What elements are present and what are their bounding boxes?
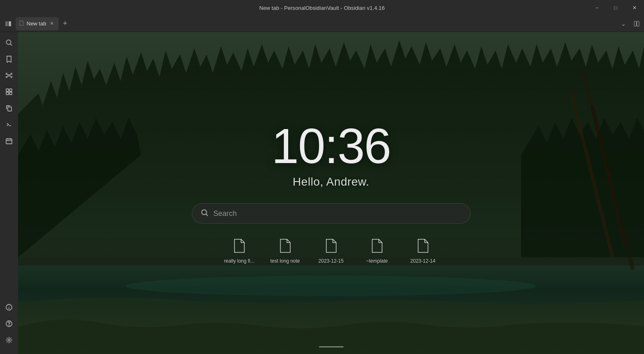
svg-rect-0 <box>5 21 8 26</box>
scroll-indicator <box>319 346 344 347</box>
svg-rect-18 <box>9 92 12 95</box>
search-placeholder: Search <box>214 209 462 218</box>
svg-point-6 <box>8 75 10 76</box>
file-icon-wrap-3 <box>322 237 340 255</box>
sidebar-item-graph[interactable] <box>2 68 16 83</box>
svg-point-8 <box>11 73 12 75</box>
svg-rect-17 <box>6 92 9 95</box>
svg-line-5 <box>11 44 12 46</box>
recent-file-name-5: 2023-12-14 <box>410 258 435 265</box>
clock-display: 10:36 <box>271 121 390 170</box>
search-bar[interactable]: Search <box>192 203 471 224</box>
center-overlay: 10:36 Hello, Andrew. Search <box>18 32 644 354</box>
window-controls: − □ ✕ <box>587 0 644 16</box>
recent-files-container: really long fi... test long note <box>223 237 439 265</box>
main-content: 10:36 Hello, Andrew. Search <box>18 32 644 354</box>
recent-file-3[interactable]: 2023-12-15 <box>315 237 348 265</box>
svg-line-14 <box>10 76 11 77</box>
bottom-scroll-bar <box>18 339 644 354</box>
svg-rect-3 <box>637 21 639 26</box>
tab-bar: New tab ✕ + ⌄ <box>0 16 644 32</box>
recent-file-4[interactable]: ~template <box>361 237 394 265</box>
svg-rect-2 <box>634 21 637 26</box>
svg-point-10 <box>11 77 12 78</box>
tab-list-button[interactable]: ⌄ <box>618 18 629 30</box>
sidebar-item-grid[interactable] <box>2 84 16 99</box>
left-sidebar <box>0 32 18 354</box>
sidebar-item-help[interactable] <box>2 316 16 331</box>
sidebar-item-copy[interactable] <box>2 101 16 116</box>
file-icon-wrap-5 <box>414 237 432 255</box>
file-icon-wrap-2 <box>276 237 294 255</box>
svg-point-38 <box>202 210 207 215</box>
svg-rect-15 <box>6 89 9 91</box>
tab-bar-right-controls: ⌄ <box>618 18 642 30</box>
title-bar: New tab - PersonalObsidianVault - Obsidi… <box>0 0 644 16</box>
svg-rect-16 <box>9 89 12 91</box>
recent-file-name-3: 2023-12-15 <box>319 258 344 265</box>
svg-point-9 <box>6 77 7 78</box>
recent-file-name-2: test long note <box>270 258 300 265</box>
recent-file-name-1: really long fi... <box>224 258 254 265</box>
tab-label: New tab <box>27 20 46 27</box>
svg-rect-21 <box>6 139 12 144</box>
tab-file-icon <box>19 20 24 27</box>
recent-file-2[interactable]: test long note <box>269 237 302 265</box>
tab-close-button[interactable]: ✕ <box>49 20 55 27</box>
maximize-button[interactable]: □ <box>606 0 625 16</box>
svg-point-4 <box>7 40 11 45</box>
sidebar-item-terminal[interactable] <box>2 117 16 132</box>
recent-file-5[interactable]: 2023-12-14 <box>407 237 439 265</box>
minimize-button[interactable]: − <box>587 0 606 16</box>
sidebar-toggle-button[interactable] <box>2 17 15 30</box>
file-icon-wrap-1 <box>230 237 248 255</box>
new-tab-button[interactable]: + <box>59 18 71 30</box>
window-title: New tab - PersonalObsidianVault - Obsidi… <box>259 5 385 11</box>
recent-file-name-4: ~template <box>366 258 388 265</box>
sidebar-item-bookmarks[interactable] <box>2 52 16 66</box>
svg-point-30 <box>8 339 10 341</box>
svg-rect-19 <box>8 107 11 111</box>
svg-line-12 <box>10 74 11 75</box>
svg-rect-1 <box>9 21 11 26</box>
svg-line-13 <box>7 76 8 77</box>
svg-line-39 <box>206 214 208 216</box>
close-button[interactable]: ✕ <box>625 0 644 16</box>
svg-point-29 <box>9 325 9 326</box>
split-view-button[interactable] <box>631 18 642 30</box>
sidebar-item-remote[interactable] <box>2 300 16 315</box>
svg-line-11 <box>7 74 8 75</box>
app-layout: 10:36 Hello, Andrew. Search <box>0 32 644 354</box>
file-icon-wrap-4 <box>368 237 386 255</box>
recent-file-1[interactable]: really long fi... <box>223 237 256 265</box>
sidebar-bottom <box>2 300 16 351</box>
greeting-text: Hello, Andrew. <box>293 175 369 188</box>
sidebar-item-search[interactable] <box>2 35 16 50</box>
active-tab[interactable]: New tab ✕ <box>16 17 59 30</box>
search-icon <box>200 209 209 219</box>
svg-point-7 <box>6 73 7 75</box>
sidebar-item-calendar[interactable] <box>2 134 16 148</box>
sidebar-item-settings[interactable] <box>2 333 16 347</box>
